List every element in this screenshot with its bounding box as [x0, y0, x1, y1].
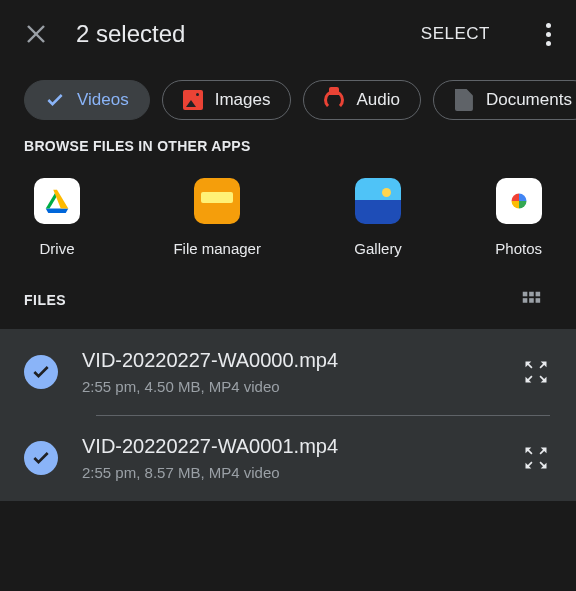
- files-header: FILES: [0, 285, 576, 329]
- close-icon[interactable]: [24, 22, 48, 46]
- file-info: VID-20220227-WA0000.mp4 2:55 pm, 4.50 MB…: [82, 349, 498, 395]
- grid-view-toggle-icon[interactable]: [520, 289, 542, 311]
- svg-rect-2: [523, 292, 528, 297]
- file-row[interactable]: VID-20220227-WA0001.mp4 2:55 pm, 8.57 MB…: [0, 415, 576, 501]
- app-label: Gallery: [354, 240, 402, 257]
- app-drive[interactable]: Drive: [34, 178, 80, 257]
- chip-images[interactable]: Images: [162, 80, 292, 120]
- expand-icon[interactable]: [522, 358, 550, 386]
- selected-check-icon: [24, 441, 58, 475]
- chip-documents[interactable]: Documents: [433, 80, 576, 120]
- expand-icon[interactable]: [522, 444, 550, 472]
- select-button[interactable]: SELECT: [421, 24, 490, 44]
- file-name: VID-20220227-WA0001.mp4: [82, 435, 498, 458]
- file-row[interactable]: VID-20220227-WA0000.mp4 2:55 pm, 4.50 MB…: [0, 329, 576, 415]
- app-label: Drive: [39, 240, 74, 257]
- browse-apps-section-label: BROWSE FILES IN OTHER APPS: [0, 138, 576, 154]
- app-label: File manager: [173, 240, 261, 257]
- photos-icon: [496, 178, 542, 224]
- app-gallery[interactable]: Gallery: [354, 178, 402, 257]
- chip-label: Audio: [356, 90, 399, 110]
- check-icon: [45, 90, 65, 110]
- svg-rect-7: [536, 298, 541, 303]
- app-label: Photos: [495, 240, 542, 257]
- file-meta: 2:55 pm, 8.57 MB, MP4 video: [82, 464, 498, 481]
- file-info: VID-20220227-WA0001.mp4 2:55 pm, 8.57 MB…: [82, 435, 498, 481]
- svg-rect-6: [529, 298, 534, 303]
- chip-label: Images: [215, 90, 271, 110]
- filter-chips-row: Videos Images Audio Documents: [0, 68, 576, 138]
- file-meta: 2:55 pm, 4.50 MB, MP4 video: [82, 378, 498, 395]
- file-list: VID-20220227-WA0000.mp4 2:55 pm, 4.50 MB…: [0, 329, 576, 501]
- selection-title: 2 selected: [76, 20, 393, 48]
- chip-audio[interactable]: Audio: [303, 80, 420, 120]
- svg-rect-4: [536, 292, 541, 297]
- app-file-manager[interactable]: File manager: [173, 178, 261, 257]
- gallery-icon: [355, 178, 401, 224]
- image-icon: [183, 90, 203, 110]
- audio-icon: [324, 90, 344, 110]
- svg-rect-3: [529, 292, 534, 297]
- drive-icon: [34, 178, 80, 224]
- file-name: VID-20220227-WA0000.mp4: [82, 349, 498, 372]
- more-menu-icon[interactable]: [536, 23, 560, 46]
- chip-label: Videos: [77, 90, 129, 110]
- files-section-label: FILES: [24, 292, 66, 308]
- chip-label: Documents: [486, 90, 572, 110]
- document-icon: [454, 90, 474, 110]
- top-bar: 2 selected SELECT: [0, 0, 576, 68]
- selected-check-icon: [24, 355, 58, 389]
- apps-row: Drive File manager Gallery Photos: [0, 154, 576, 285]
- svg-rect-5: [523, 298, 528, 303]
- app-photos[interactable]: Photos: [495, 178, 542, 257]
- file-manager-icon: [194, 178, 240, 224]
- chip-videos[interactable]: Videos: [24, 80, 150, 120]
